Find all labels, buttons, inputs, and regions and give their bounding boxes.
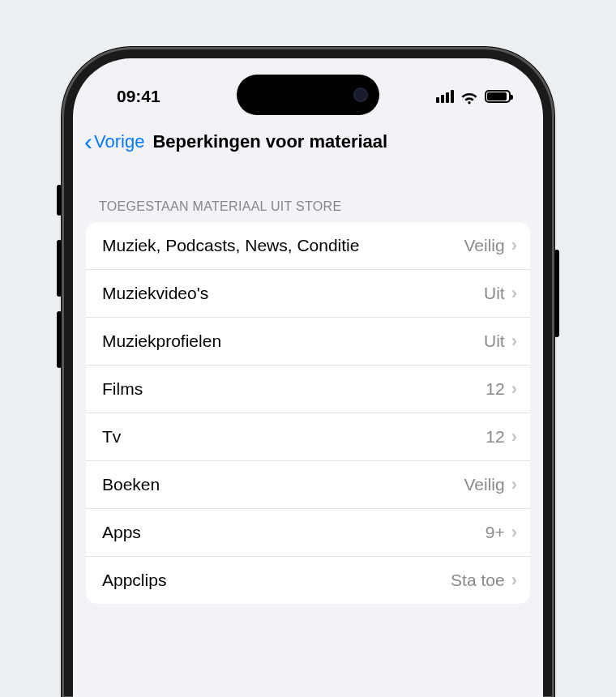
row-value: 12 xyxy=(486,379,504,399)
navigation-bar: ‹ Vorige Beperkingen voor materiaal xyxy=(73,115,543,165)
row-label: Appclips xyxy=(102,571,451,590)
wifi-icon xyxy=(460,90,478,103)
cellular-icon xyxy=(436,90,454,103)
row-label: Apps xyxy=(102,523,486,542)
row-apps[interactable]: Apps 9+ › xyxy=(86,509,530,557)
row-films[interactable]: Films 12 › xyxy=(86,366,530,413)
back-label: Vorige xyxy=(94,131,144,152)
status-time: 09:41 xyxy=(117,87,160,106)
section-header: TOEGESTAAN MATERIAAL UIT STORE xyxy=(73,165,543,222)
row-label: Muziek, Podcasts, News, Conditie xyxy=(102,236,464,255)
device-frame: 09:41 ‹ Vorige Beperkingen voor materiaa… xyxy=(62,47,554,697)
row-value: 12 xyxy=(486,427,504,447)
side-button xyxy=(57,185,62,216)
settings-list: Muziek, Podcasts, News, Conditie Veilig … xyxy=(86,222,530,604)
row-music-videos[interactable]: Muziekvideo's Uit › xyxy=(86,270,530,318)
side-button xyxy=(57,240,62,297)
row-label: Muziekprofielen xyxy=(102,331,484,351)
dynamic-island xyxy=(237,75,379,115)
row-label: Tv xyxy=(102,427,486,447)
chevron-left-icon: ‹ xyxy=(84,130,92,154)
chevron-right-icon: › xyxy=(511,522,517,543)
row-label: Muziekvideo's xyxy=(102,284,484,303)
row-value: Uit xyxy=(484,284,505,303)
row-books[interactable]: Boeken Veilig › xyxy=(86,461,530,509)
chevron-right-icon: › xyxy=(511,283,517,304)
chevron-right-icon: › xyxy=(511,474,517,495)
side-button xyxy=(554,250,559,337)
row-music-profiles[interactable]: Muziekprofielen Uit › xyxy=(86,318,530,366)
row-label: Boeken xyxy=(102,475,464,494)
back-button[interactable]: ‹ Vorige xyxy=(84,130,144,154)
chevron-right-icon: › xyxy=(511,570,517,591)
side-button xyxy=(57,311,62,368)
chevron-right-icon: › xyxy=(511,426,517,447)
row-tv[interactable]: Tv 12 › xyxy=(86,413,530,461)
row-value: Veilig xyxy=(464,475,504,494)
row-appclips[interactable]: Appclips Sta toe › xyxy=(86,557,530,604)
row-music-podcasts[interactable]: Muziek, Podcasts, News, Conditie Veilig … xyxy=(86,222,530,270)
page-title: Beperkingen voor materiaal xyxy=(152,131,387,152)
screen: 09:41 ‹ Vorige Beperkingen voor materiaa… xyxy=(73,58,543,697)
status-indicators xyxy=(436,90,511,103)
row-label: Films xyxy=(102,379,486,399)
battery-icon xyxy=(485,90,511,103)
chevron-right-icon: › xyxy=(511,331,517,352)
row-value: Veilig xyxy=(464,236,504,255)
row-value: 9+ xyxy=(486,523,505,542)
chevron-right-icon: › xyxy=(511,378,517,400)
row-value: Uit xyxy=(484,331,505,351)
chevron-right-icon: › xyxy=(511,235,517,256)
row-value: Sta toe xyxy=(451,571,505,590)
